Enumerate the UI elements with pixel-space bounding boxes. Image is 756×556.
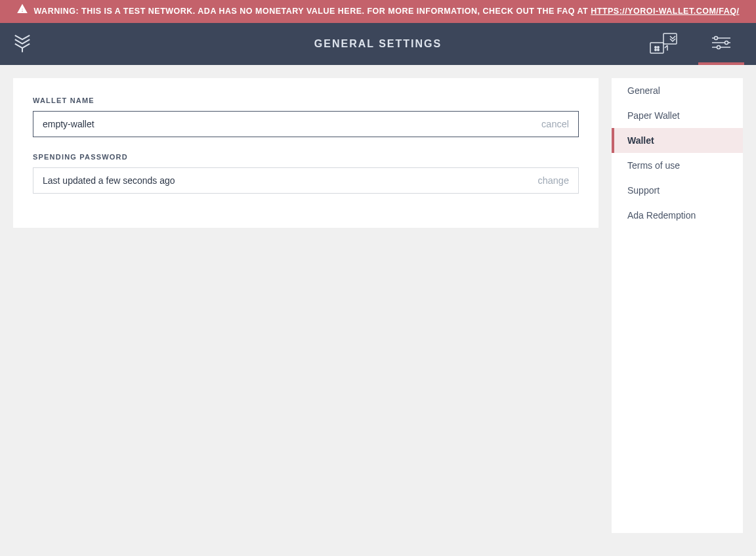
warning-banner: WARNING: THIS IS A TEST NETWORK. ADA HAS… bbox=[0, 0, 756, 23]
svg-point-2 bbox=[655, 47, 656, 48]
top-bar: GENERAL SETTINGS bbox=[0, 23, 756, 65]
topbar-actions bbox=[640, 23, 744, 65]
wallet-name-input[interactable] bbox=[43, 119, 541, 129]
svg-rect-0 bbox=[650, 43, 663, 53]
sidebar-item-general[interactable]: General bbox=[612, 78, 743, 103]
sidebar-item-support[interactable]: Support bbox=[612, 178, 743, 203]
wallet-name-row: cancel bbox=[33, 111, 579, 137]
change-button[interactable]: change bbox=[537, 175, 569, 186]
svg-point-12 bbox=[717, 46, 721, 49]
daedalus-transfer-button[interactable] bbox=[640, 23, 686, 65]
svg-point-3 bbox=[658, 47, 659, 48]
password-status-text: Last updated a few seconds ago bbox=[43, 175, 537, 186]
sidebar-item-ada-redemption[interactable]: Ada Redemption bbox=[612, 203, 743, 228]
svg-point-6 bbox=[715, 37, 718, 40]
warning-text: WARNING: THIS IS A TEST NETWORK. ADA HAS… bbox=[34, 7, 591, 16]
page-title: GENERAL SETTINGS bbox=[314, 38, 442, 50]
spending-password-label: SPENDING PASSWORD bbox=[33, 153, 579, 161]
app-logo-icon[interactable] bbox=[12, 32, 33, 56]
sidebar-item-terms-of-use[interactable]: Terms of use bbox=[612, 153, 743, 178]
warning-icon bbox=[17, 4, 28, 19]
sidebar-item-paper-wallet[interactable]: Paper Wallet bbox=[612, 103, 743, 128]
spending-password-row: Last updated a few seconds ago change bbox=[33, 167, 579, 194]
svg-point-5 bbox=[658, 49, 659, 51]
svg-point-4 bbox=[655, 49, 656, 51]
main-area: WALLET NAME cancel SPENDING PASSWORD Las… bbox=[0, 65, 756, 546]
settings-panel: WALLET NAME cancel SPENDING PASSWORD Las… bbox=[13, 78, 598, 228]
sidebar-item-wallet[interactable]: Wallet bbox=[612, 128, 743, 153]
cancel-button[interactable]: cancel bbox=[541, 119, 569, 129]
settings-sidebar: General Paper Wallet Wallet Terms of use… bbox=[612, 78, 743, 533]
wallet-name-label: WALLET NAME bbox=[33, 96, 579, 104]
settings-button[interactable] bbox=[698, 23, 744, 65]
warning-link[interactable]: HTTPS://YOROI-WALLET.COM/FAQ/ bbox=[591, 7, 739, 16]
svg-point-9 bbox=[725, 41, 728, 45]
